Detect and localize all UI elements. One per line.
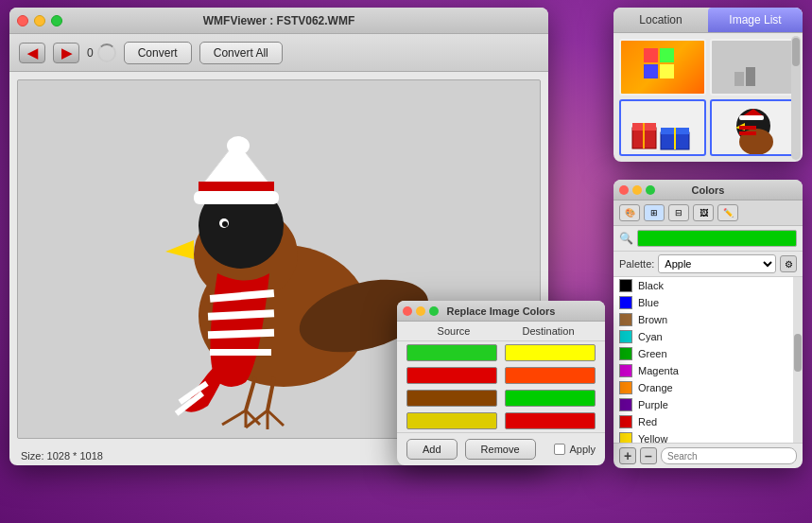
svg-point-10	[222, 221, 228, 227]
colors-bottom: + –	[613, 443, 803, 468]
image-thumb-4[interactable]	[710, 99, 797, 156]
tab-location[interactable]: Location	[613, 8, 708, 32]
replace-titlebar: Replace Image Colors	[397, 301, 605, 322]
svg-rect-28	[660, 64, 674, 78]
close-button[interactable]	[17, 15, 28, 26]
source-color-bar[interactable]	[406, 412, 497, 429]
prev-button[interactable]: ◀	[19, 43, 45, 63]
svg-rect-41	[739, 115, 764, 120]
palette-gear-button[interactable]: ⚙	[780, 255, 797, 272]
color-image-btn[interactable]: 🖼	[693, 204, 714, 221]
palette-label: Palette:	[619, 258, 654, 270]
color-swatch	[619, 381, 632, 394]
color-scrollbar[interactable]	[793, 277, 803, 443]
destination-header: Destination	[501, 325, 596, 337]
color-crayon-btn[interactable]: ✏️	[717, 204, 738, 221]
replace-maximize-button[interactable]	[429, 306, 439, 316]
replace-title: Replace Image Colors	[447, 305, 556, 317]
color-list-item[interactable]: Cyan	[613, 328, 803, 345]
color-list-item[interactable]: Blue	[613, 294, 803, 311]
toolbar: ◀ ▶ 0 Convert Convert All	[9, 34, 548, 72]
color-name: Brown	[638, 314, 667, 325]
color-list-item[interactable]: Yellow	[613, 430, 803, 443]
color-list-item[interactable]: Brown	[613, 311, 803, 328]
source-color-bar[interactable]	[406, 367, 497, 384]
minimize-button[interactable]	[34, 15, 45, 26]
svg-rect-42	[739, 126, 756, 130]
svg-rect-27	[644, 64, 658, 78]
search-row: 🔍	[613, 226, 803, 252]
remove-row-button[interactable]: Remove	[465, 439, 536, 460]
image-thumb-3[interactable]	[619, 99, 706, 156]
spinner	[97, 44, 116, 62]
color-list-item[interactable]: Green	[613, 345, 803, 362]
replace-color-row	[397, 410, 605, 432]
svg-rect-25	[644, 48, 658, 62]
source-header: Source	[406, 325, 501, 337]
size-label: Size:	[21, 450, 43, 462]
color-list-item[interactable]: Black	[613, 277, 803, 294]
tabs-bar: Location Image List	[613, 8, 803, 33]
colors-minimize-button[interactable]	[632, 185, 642, 195]
convert-button[interactable]: Convert	[124, 42, 192, 64]
replace-color-row	[397, 341, 605, 364]
image-thumb-2[interactable]	[710, 39, 797, 96]
color-name: Red	[638, 416, 657, 427]
svg-rect-14	[210, 349, 271, 356]
scrollbar-thumb[interactable]	[792, 38, 800, 66]
destination-color-bar[interactable]	[505, 412, 596, 429]
svg-rect-26	[660, 48, 674, 62]
add-color-button[interactable]: +	[619, 447, 636, 464]
color-scrollbar-thumb[interactable]	[794, 334, 802, 372]
color-swatch	[619, 398, 632, 411]
thumb-image-1	[621, 41, 704, 94]
scrollbar-track[interactable]	[791, 36, 801, 160]
source-color-bar[interactable]	[406, 390, 497, 407]
right-panel: Location Image List	[613, 8, 803, 162]
source-color-bar[interactable]	[406, 344, 497, 361]
color-list-btn[interactable]: ⊟	[668, 204, 689, 221]
window-title: WMFViewer : FSTV062.WMF	[203, 14, 354, 27]
color-wheel-btn[interactable]: 🎨	[619, 204, 640, 221]
colors-close-button[interactable]	[619, 185, 629, 195]
tab-image-list[interactable]: Image List	[708, 8, 803, 32]
image-thumb-1[interactable]	[619, 39, 706, 96]
apply-checkbox[interactable]	[554, 444, 565, 455]
destination-color-bar[interactable]	[505, 367, 596, 384]
color-list-item[interactable]: Orange	[613, 379, 803, 396]
color-name: Green	[638, 348, 667, 359]
apply-label: Apply	[569, 444, 596, 455]
color-swatch	[619, 364, 632, 377]
replace-close-button[interactable]	[403, 306, 412, 316]
add-row-button[interactable]: Add	[406, 439, 458, 460]
color-list-item[interactable]: Magenta	[613, 362, 803, 379]
color-name: Cyan	[638, 331, 663, 342]
replace-minimize-button[interactable]	[416, 306, 425, 316]
convert-all-button[interactable]: Convert All	[199, 42, 283, 64]
remove-color-button[interactable]: –	[640, 447, 657, 464]
replace-color-row	[397, 387, 605, 410]
color-name: Yellow	[638, 433, 667, 443]
apply-check: Apply	[554, 444, 596, 455]
color-swatch	[619, 296, 632, 309]
color-swatch	[619, 347, 632, 360]
thumb-image-2	[712, 41, 795, 94]
color-list-container: BlackBlueBrownCyanGreenMagentaOrangePurp…	[613, 277, 803, 443]
destination-color-bar[interactable]	[505, 390, 596, 407]
main-titlebar: WMFViewer : FSTV062.WMF	[9, 8, 548, 34]
color-grid-btn[interactable]: ⊞	[644, 204, 665, 221]
next-button[interactable]: ▶	[53, 43, 79, 63]
counter-value: 0	[87, 46, 94, 60]
palette-select[interactable]: Apple	[658, 254, 776, 273]
color-list-item[interactable]: Red	[613, 413, 803, 430]
color-list[interactable]: BlackBlueBrownCyanGreenMagentaOrangePurp…	[613, 277, 803, 443]
maximize-button[interactable]	[51, 15, 62, 26]
colors-maximize-button[interactable]	[646, 185, 655, 195]
svg-marker-8	[165, 240, 194, 259]
color-name: Black	[638, 280, 664, 291]
destination-color-bar[interactable]	[505, 344, 596, 361]
color-list-item[interactable]: Purple	[613, 396, 803, 413]
traffic-lights	[17, 15, 62, 26]
search-color-input[interactable]	[661, 447, 797, 464]
colors-panel: Colors 🎨 ⊞ ⊟ 🖼 ✏️ 🔍 Palette: Apple ⚙ Bla…	[613, 180, 803, 468]
